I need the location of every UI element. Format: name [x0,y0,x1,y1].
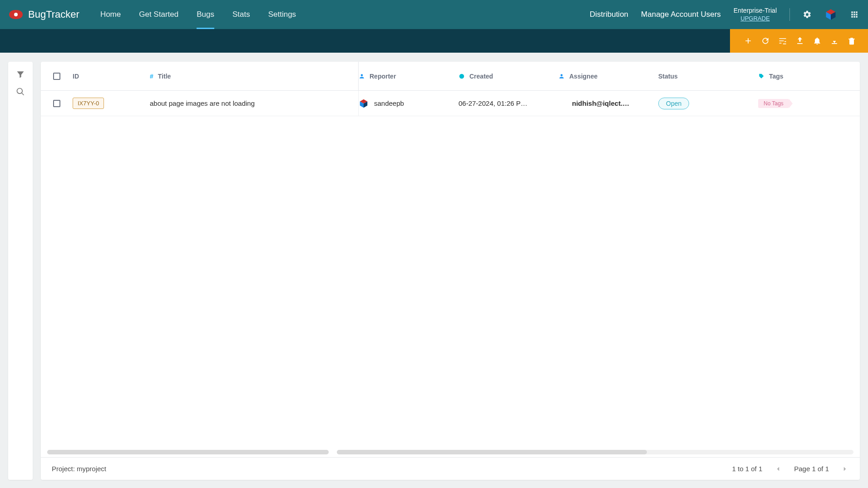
nav-home-label: Home [100,10,121,19]
created-date: 06-27-2024, 01:26 P… [459,99,528,107]
nav-manage-users[interactable]: Manage Account Users [641,10,721,19]
row-checkbox[interactable] [53,100,60,107]
bug-title: about page images are not loading [150,99,255,107]
clock-icon [459,73,465,79]
project-label: Project: myproject [52,465,106,473]
trial-label: Enterprise-Trial [734,7,777,15]
workspace: ID # Title Reporter Created Assignee Sta… [0,53,868,488]
pager-page: Page 1 of 1 [794,465,829,473]
top-nav: BugTracker Home Get Started Bugs Stats S… [0,0,868,29]
nav-distribution[interactable]: Distribution [590,10,628,19]
cube-icon[interactable] [824,8,837,21]
upgrade-link[interactable]: UPGRADE [740,15,769,22]
table-row[interactable]: IX7YY-0 about page images are not loadin… [41,91,860,116]
col-id[interactable]: ID [73,73,150,80]
upload-icon[interactable] [795,36,804,45]
nav-bugs-label: Bugs [197,10,214,19]
brand-name: BugTracker [28,9,79,20]
sub-bar [0,29,868,53]
col-assignee[interactable]: Assignee [558,73,658,80]
download-icon[interactable] [830,36,839,45]
reporter-name: sandeepb [374,99,404,107]
panel-footer: Project: myproject 1 to 1 of 1 Page 1 of… [41,457,860,480]
nav-settings[interactable]: Settings [260,0,304,29]
add-icon[interactable] [744,36,753,45]
reporter-avatar-icon [359,99,369,108]
hash-icon: # [150,73,153,80]
table-header: ID # Title Reporter Created Assignee Sta… [41,62,860,91]
bug-id-badge[interactable]: IX7YY-0 [73,98,104,109]
apps-icon[interactable] [850,10,859,19]
nav-stats-label: Stats [232,10,250,19]
nav-get-started[interactable]: Get Started [131,0,187,29]
primary-nav: Home Get Started Bugs Stats Settings [92,0,304,29]
bugs-panel: ID # Title Reporter Created Assignee Sta… [41,62,860,480]
nav-right: Distribution Manage Account Users Enterp… [590,7,859,22]
trash-icon[interactable] [847,36,856,45]
select-all-checkbox[interactable] [53,73,60,80]
bell-icon[interactable] [813,36,822,45]
col-title[interactable]: # Title [150,62,359,90]
hscroll-left[interactable] [47,450,329,454]
col-status[interactable]: Status [658,73,758,80]
trial-block: Enterprise-Trial UPGRADE [734,7,777,22]
action-toolbar [730,29,868,53]
pager-range: 1 to 1 of 1 [732,465,763,473]
nav-divider [789,8,790,21]
chevron-left-icon[interactable] [774,465,782,473]
col-created[interactable]: Created [459,73,558,80]
status-pill[interactable]: Open [658,98,689,109]
svg-point-0 [459,74,464,79]
hscroll-right[interactable] [337,450,853,454]
logo-icon [9,10,23,19]
nav-home[interactable]: Home [92,0,129,29]
pager: 1 to 1 of 1 Page 1 of 1 [732,465,849,473]
search-icon[interactable] [16,87,25,96]
tag-pill[interactable]: No Tags [758,99,789,108]
chevron-right-icon[interactable] [841,465,849,473]
person-icon [558,73,565,79]
nav-stats[interactable]: Stats [224,0,258,29]
assignee-email: nidhish@iqlect.… [572,99,629,107]
person-icon [359,73,365,79]
gear-icon[interactable] [803,10,812,19]
refresh-icon[interactable] [761,36,770,45]
nav-get-started-label: Get Started [139,10,178,19]
tag-icon [758,73,764,79]
sliders-icon[interactable] [778,36,787,45]
filter-icon[interactable] [16,70,25,79]
nav-settings-label: Settings [268,10,296,19]
col-tags[interactable]: Tags [758,73,849,80]
table-body: IX7YY-0 about page images are not loadin… [41,91,860,457]
side-rail [8,62,33,480]
nav-bugs[interactable]: Bugs [188,0,222,29]
col-reporter[interactable]: Reporter [359,73,459,80]
